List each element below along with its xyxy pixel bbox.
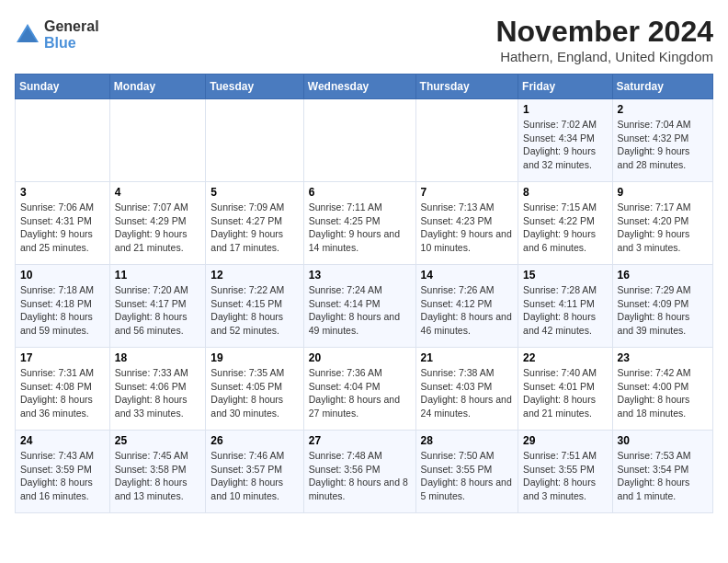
calendar-cell: 25Sunrise: 7:45 AM Sunset: 3:58 PM Dayli… [109,431,205,513]
day-info: Sunrise: 7:20 AM Sunset: 4:17 PM Dayligh… [115,283,200,338]
logo-general: General [44,18,99,35]
day-number: 14 [421,269,514,282]
calendar-cell [415,99,518,182]
calendar-cell [109,99,205,182]
day-info: Sunrise: 7:53 AM Sunset: 3:54 PM Dayligh… [618,449,708,503]
calendar-cell: 27Sunrise: 7:48 AM Sunset: 3:56 PM Dayli… [303,431,415,513]
day-info: Sunrise: 7:11 AM Sunset: 4:25 PM Dayligh… [309,201,411,255]
day-info: Sunrise: 7:07 AM Sunset: 4:29 PM Dayligh… [115,201,200,255]
day-number: 27 [309,434,411,447]
calendar-cell: 14Sunrise: 7:26 AM Sunset: 4:12 PM Dayli… [415,265,518,348]
day-number: 12 [210,269,298,282]
calendar-body: 1Sunrise: 7:02 AM Sunset: 4:34 PM Daylig… [16,99,713,513]
day-number: 7 [421,186,514,199]
day-info: Sunrise: 7:33 AM Sunset: 4:06 PM Dayligh… [115,366,200,420]
day-info: Sunrise: 7:43 AM Sunset: 3:59 PM Dayligh… [20,449,105,503]
calendar-cell: 5Sunrise: 7:09 AM Sunset: 4:27 PM Daylig… [206,182,303,265]
calendar-cell: 20Sunrise: 7:36 AM Sunset: 4:04 PM Dayli… [303,348,415,431]
header-day-thursday: Thursday [415,75,518,99]
week-row-3: 10Sunrise: 7:18 AM Sunset: 4:18 PM Dayli… [16,265,713,348]
calendar-cell [303,99,415,182]
header-day-monday: Monday [109,75,205,99]
calendar-cell: 26Sunrise: 7:46 AM Sunset: 3:57 PM Dayli… [206,431,303,513]
calendar-cell: 10Sunrise: 7:18 AM Sunset: 4:18 PM Dayli… [16,265,110,348]
day-number: 4 [115,186,200,199]
day-number: 24 [20,434,105,447]
logo-blue: Blue [44,35,99,52]
day-number: 2 [618,103,708,116]
day-number: 16 [618,269,708,282]
header-day-saturday: Saturday [612,75,712,99]
day-info: Sunrise: 7:13 AM Sunset: 4:23 PM Dayligh… [421,201,514,255]
day-info: Sunrise: 7:48 AM Sunset: 3:56 PM Dayligh… [309,449,411,503]
title-block: November 2024 Hathern, England, United K… [495,15,713,64]
day-number: 1 [523,103,607,116]
logo-icon [15,22,40,48]
day-number: 3 [20,186,105,199]
day-info: Sunrise: 7:24 AM Sunset: 4:14 PM Dayligh… [309,283,411,338]
calendar-cell: 16Sunrise: 7:29 AM Sunset: 4:09 PM Dayli… [612,265,712,348]
day-number: 11 [115,269,200,282]
day-info: Sunrise: 7:42 AM Sunset: 4:00 PM Dayligh… [618,366,708,420]
week-row-1: 1Sunrise: 7:02 AM Sunset: 4:34 PM Daylig… [16,99,713,182]
day-info: Sunrise: 7:15 AM Sunset: 4:22 PM Dayligh… [523,201,607,255]
logo: General Blue [15,18,99,51]
header-row: SundayMondayTuesdayWednesdayThursdayFrid… [16,75,713,99]
header-day-wednesday: Wednesday [303,75,415,99]
calendar-cell: 13Sunrise: 7:24 AM Sunset: 4:14 PM Dayli… [303,265,415,348]
calendar-cell: 24Sunrise: 7:43 AM Sunset: 3:59 PM Dayli… [16,431,110,513]
calendar-cell: 30Sunrise: 7:53 AM Sunset: 3:54 PM Dayli… [612,431,712,513]
day-number: 13 [309,269,411,282]
day-number: 21 [421,351,514,364]
day-number: 23 [618,351,708,364]
day-info: Sunrise: 7:02 AM Sunset: 4:34 PM Dayligh… [523,118,607,172]
calendar-cell: 21Sunrise: 7:38 AM Sunset: 4:03 PM Dayli… [415,348,518,431]
calendar-cell: 17Sunrise: 7:31 AM Sunset: 4:08 PM Dayli… [16,348,110,431]
calendar-cell: 1Sunrise: 7:02 AM Sunset: 4:34 PM Daylig… [518,99,612,182]
day-number: 6 [309,186,411,199]
week-row-4: 17Sunrise: 7:31 AM Sunset: 4:08 PM Dayli… [16,348,713,431]
subtitle: Hathern, England, United Kingdom [495,49,713,64]
calendar-cell: 9Sunrise: 7:17 AM Sunset: 4:20 PM Daylig… [612,182,712,265]
day-info: Sunrise: 7:36 AM Sunset: 4:04 PM Dayligh… [309,366,411,420]
day-number: 19 [210,351,298,364]
calendar-cell: 29Sunrise: 7:51 AM Sunset: 3:55 PM Dayli… [518,431,612,513]
calendar-cell: 3Sunrise: 7:06 AM Sunset: 4:31 PM Daylig… [16,182,110,265]
day-number: 26 [210,434,298,447]
calendar-cell: 18Sunrise: 7:33 AM Sunset: 4:06 PM Dayli… [109,348,205,431]
calendar-header: SundayMondayTuesdayWednesdayThursdayFrid… [16,75,713,99]
day-number: 20 [309,351,411,364]
calendar-cell: 23Sunrise: 7:42 AM Sunset: 4:00 PM Dayli… [612,348,712,431]
header: General Blue November 2024 Hathern, Engl… [15,15,713,64]
header-day-tuesday: Tuesday [206,75,303,99]
header-day-friday: Friday [518,75,612,99]
calendar-cell: 12Sunrise: 7:22 AM Sunset: 4:15 PM Dayli… [206,265,303,348]
week-row-5: 24Sunrise: 7:43 AM Sunset: 3:59 PM Dayli… [16,431,713,513]
calendar-cell: 8Sunrise: 7:15 AM Sunset: 4:22 PM Daylig… [518,182,612,265]
day-info: Sunrise: 7:46 AM Sunset: 3:57 PM Dayligh… [210,449,298,503]
day-info: Sunrise: 7:31 AM Sunset: 4:08 PM Dayligh… [20,366,105,420]
day-info: Sunrise: 7:45 AM Sunset: 3:58 PM Dayligh… [115,449,200,503]
day-info: Sunrise: 7:38 AM Sunset: 4:03 PM Dayligh… [421,366,514,420]
day-number: 8 [523,186,607,199]
day-info: Sunrise: 7:06 AM Sunset: 4:31 PM Dayligh… [20,201,105,255]
day-number: 22 [523,351,607,364]
day-info: Sunrise: 7:18 AM Sunset: 4:18 PM Dayligh… [20,283,105,338]
main-title: November 2024 [495,15,713,49]
header-day-sunday: Sunday [16,75,110,99]
day-number: 28 [421,434,514,447]
calendar-cell: 6Sunrise: 7:11 AM Sunset: 4:25 PM Daylig… [303,182,415,265]
day-number: 30 [618,434,708,447]
calendar-cell: 22Sunrise: 7:40 AM Sunset: 4:01 PM Dayli… [518,348,612,431]
day-info: Sunrise: 7:09 AM Sunset: 4:27 PM Dayligh… [210,201,298,255]
calendar-cell: 4Sunrise: 7:07 AM Sunset: 4:29 PM Daylig… [109,182,205,265]
day-info: Sunrise: 7:26 AM Sunset: 4:12 PM Dayligh… [421,283,514,338]
calendar-cell: 7Sunrise: 7:13 AM Sunset: 4:23 PM Daylig… [415,182,518,265]
day-number: 29 [523,434,607,447]
day-number: 5 [210,186,298,199]
calendar-cell [206,99,303,182]
day-info: Sunrise: 7:28 AM Sunset: 4:11 PM Dayligh… [523,283,607,338]
day-info: Sunrise: 7:04 AM Sunset: 4:32 PM Dayligh… [618,118,708,172]
day-number: 10 [20,269,105,282]
calendar-cell: 15Sunrise: 7:28 AM Sunset: 4:11 PM Dayli… [518,265,612,348]
